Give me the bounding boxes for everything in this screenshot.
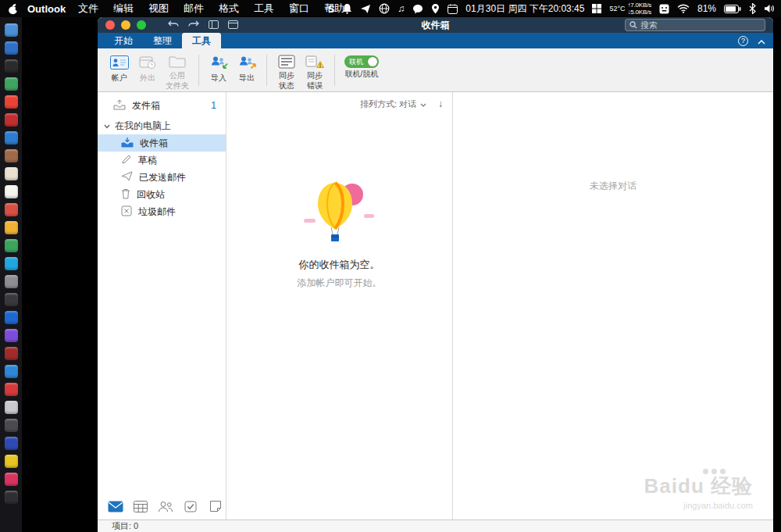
out-of-office-button[interactable]: 外出: [134, 52, 162, 90]
status-bar: 项目: 0: [98, 520, 773, 532]
windows-logo-icon[interactable]: [592, 4, 601, 13]
dock-app-icon-4[interactable]: [5, 77, 18, 91]
no-conversation-placeholder: 未选择对话: [453, 180, 773, 193]
menubar-menu-1[interactable]: 文件: [78, 2, 98, 16]
dock-app-icon-23[interactable]: [5, 419, 18, 432]
dock-app-icon-5[interactable]: [5, 95, 18, 109]
dock-app-icon-21[interactable]: [5, 383, 18, 396]
dock-app-icon-10[interactable]: [5, 185, 18, 198]
sidebar-item-outbox[interactable]: 发件箱 1: [98, 97, 226, 114]
chevron-down-icon[interactable]: [104, 120, 110, 131]
bell-icon[interactable]: [342, 3, 352, 14]
dock-app-icon-7[interactable]: [5, 131, 18, 145]
dock-app-icon-9[interactable]: [5, 167, 18, 180]
dock-app-icon-25[interactable]: [5, 455, 18, 468]
dock-app-icon-3[interactable]: [5, 59, 18, 73]
dock-app-icon-2[interactable]: [5, 41, 18, 55]
public-folders-button[interactable]: 公用 文件夹: [162, 52, 193, 90]
dock-app-icon-11[interactable]: [5, 203, 18, 216]
watermark-url: jingyan.baidu.com: [644, 501, 753, 510]
bluetooth-icon[interactable]: [749, 3, 756, 14]
dock-app-icon-13[interactable]: [5, 239, 18, 252]
status-app-s-icon[interactable]: S: [328, 3, 335, 15]
tab-home[interactable]: 开始: [104, 33, 143, 48]
dock-app-icon-19[interactable]: [5, 347, 18, 360]
dock-app-icon-20[interactable]: [5, 365, 18, 378]
sidebar-item-inbox[interactable]: 收件箱: [98, 134, 226, 152]
accounts-button[interactable]: 帐户: [105, 52, 134, 90]
dock-app-icon-26[interactable]: [5, 473, 18, 486]
arrange-by-dropdown[interactable]: 排列方式: 对话: [360, 98, 416, 110]
zoom-button[interactable]: [137, 20, 146, 30]
ribbon-divider: [198, 55, 199, 86]
search-box[interactable]: [625, 19, 765, 31]
menubar-menu-5[interactable]: 格式: [219, 2, 239, 16]
redo-icon[interactable]: [188, 18, 199, 32]
tab-organize[interactable]: 整理: [143, 33, 182, 48]
close-button[interactable]: [105, 20, 115, 30]
sidebar-group-on-my-computer[interactable]: 在我的电脑上: [98, 117, 226, 134]
notes-module-icon[interactable]: [208, 499, 223, 513]
dock-app-icon-14[interactable]: [5, 257, 18, 270]
globe-icon[interactable]: [379, 3, 390, 14]
collapse-ribbon-icon[interactable]: [758, 34, 765, 48]
menubar-clock[interactable]: 01月30日 周四 下午20:03:45: [465, 2, 584, 16]
out-of-office-icon: [139, 53, 156, 72]
dock-app-icon-22[interactable]: [5, 401, 18, 414]
active-app-name[interactable]: Outlook: [27, 3, 66, 15]
menubar-menu-3[interactable]: 视图: [148, 2, 169, 16]
menubar-menu-4[interactable]: 邮件: [184, 2, 204, 16]
sidebar-item-drafts[interactable]: 草稿: [98, 152, 226, 169]
panes-icon[interactable]: [228, 18, 238, 32]
dock-app-icon-12[interactable]: [5, 221, 18, 234]
chat-bubble-icon[interactable]: [412, 4, 423, 14]
tasks-module-icon[interactable]: [183, 499, 198, 513]
dock: [0, 17, 22, 532]
people-module-icon[interactable]: [158, 499, 173, 513]
chevron-down-icon[interactable]: [420, 99, 426, 109]
volume-icon[interactable]: [764, 4, 775, 13]
calendar-icon[interactable]: [448, 4, 458, 14]
sort-direction-button[interactable]: ↓: [438, 98, 443, 109]
undo-icon[interactable]: [168, 18, 179, 32]
mail-module-icon[interactable]: [108, 499, 123, 513]
dock-app-icon-27[interactable]: [5, 491, 18, 504]
sidebar-item-trash[interactable]: 回收站: [98, 186, 226, 203]
online-toggle-pill[interactable]: 联机: [344, 55, 379, 68]
calendar-module-icon[interactable]: [133, 499, 148, 513]
dock-app-icon-15[interactable]: [5, 275, 18, 288]
menubar-menu-7[interactable]: 窗口: [289, 2, 309, 16]
send-icon[interactable]: [360, 4, 371, 14]
tab-tools[interactable]: 工具: [182, 33, 221, 48]
location-pin-icon[interactable]: [431, 3, 440, 14]
dock-app-icon-18[interactable]: [5, 329, 18, 342]
help-icon[interactable]: ?: [738, 36, 748, 46]
music-icon[interactable]: ♫: [398, 3, 405, 14]
menubar-menu-6[interactable]: 工具: [254, 2, 274, 16]
import-button[interactable]: 导入: [205, 52, 233, 90]
battery-icon[interactable]: [724, 5, 741, 13]
sync-status-button[interactable]: 同步 状态: [273, 52, 301, 90]
dock-app-icon-8[interactable]: [5, 149, 18, 162]
sidebar-item-junk[interactable]: 垃圾邮件: [98, 203, 226, 220]
layout-icon[interactable]: [209, 18, 219, 32]
search-icon: [629, 18, 637, 32]
menubar-menu-2[interactable]: 编辑: [113, 2, 134, 16]
apple-menu-icon[interactable]: [8, 3, 18, 15]
sync-errors-icon: [305, 53, 325, 70]
wifi-icon[interactable]: [677, 4, 690, 13]
input-source-icon[interactable]: [659, 4, 669, 14]
system-monitor[interactable]: 52°C ↑7.0KB/s ↓5.0KB/s: [609, 2, 651, 16]
export-button[interactable]: 导出: [233, 52, 261, 90]
minimize-button[interactable]: [121, 20, 130, 30]
empty-inbox-title: 你的收件箱为空。: [226, 258, 452, 272]
dock-app-icon-24[interactable]: [5, 437, 18, 450]
dock-app-icon-6[interactable]: [5, 113, 18, 127]
online-offline-toggle[interactable]: 联机 联机/脱机: [341, 52, 383, 90]
dock-app-icon-1[interactable]: [5, 23, 18, 37]
sync-errors-button[interactable]: 同步 错误: [301, 52, 329, 90]
dock-app-icon-17[interactable]: [5, 311, 18, 324]
sidebar-item-sent[interactable]: 已发送邮件: [98, 169, 226, 186]
search-input[interactable]: [640, 20, 761, 30]
dock-app-icon-16[interactable]: [5, 293, 18, 306]
